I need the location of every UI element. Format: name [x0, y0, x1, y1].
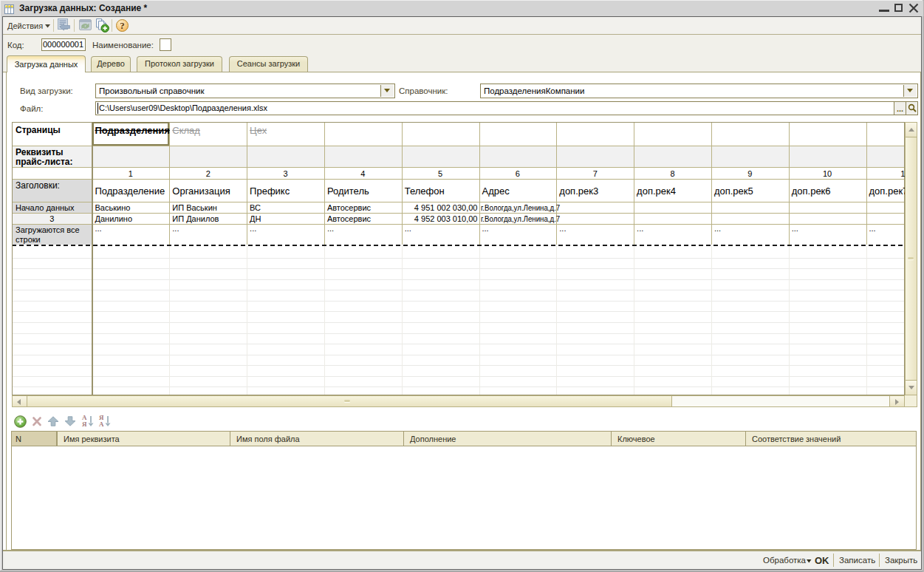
svg-text:?: ? — [120, 20, 125, 31]
